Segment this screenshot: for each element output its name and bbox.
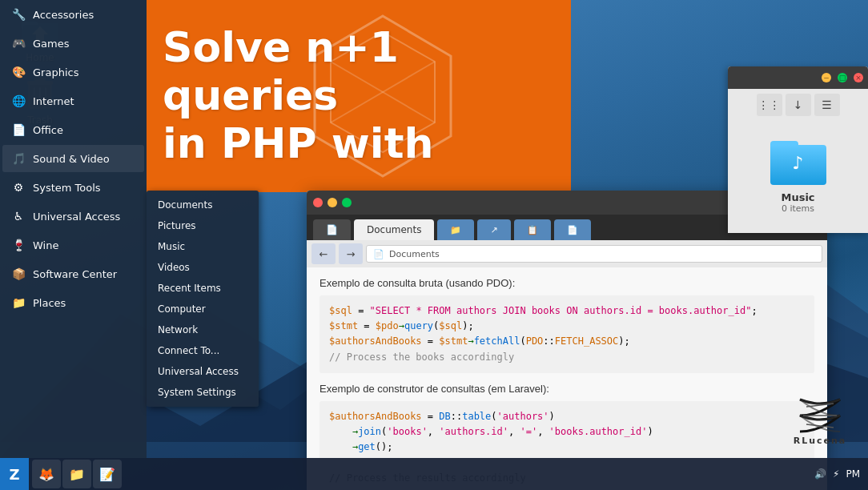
graphics-icon: 🎨 xyxy=(10,64,26,80)
submenu-music[interactable]: Music xyxy=(147,236,259,257)
taskbar-text-editor[interactable]: 📝 xyxy=(93,460,122,488)
power-indicator[interactable]: ⚡ xyxy=(833,468,839,480)
code-window-minimize-btn[interactable] xyxy=(328,198,337,207)
window-close-btn[interactable]: × xyxy=(854,73,863,82)
code-window-close-btn[interactable] xyxy=(313,198,323,207)
grid-view-btn[interactable]: ⋮⋮ xyxy=(757,94,782,116)
places-icon: 📁 xyxy=(10,295,26,311)
menu-item-games[interactable]: 🎮 Games xyxy=(2,30,144,57)
file-manager-toolbar: ⋮⋮ ↓ ☰ xyxy=(728,89,868,121)
desktop: Home Trash 🔧 Accessories 🎮 xyxy=(0,0,868,490)
brand-name: RLucena xyxy=(794,436,847,446)
universal-access-label: Universal Access xyxy=(33,211,120,223)
file-manager-titlebar: − □ × xyxy=(728,66,868,89)
tab-documents[interactable]: Documents xyxy=(354,219,434,240)
office-label: Office xyxy=(33,124,63,136)
music-note-icon: ♪ xyxy=(792,153,803,173)
taskbar-firefox[interactable]: 🦊 xyxy=(32,460,61,488)
wine-label: Wine xyxy=(33,239,58,251)
firefox-icon: 🦊 xyxy=(38,467,54,482)
brand-watermark: RLucena xyxy=(792,396,848,446)
system-tools-label: System Tools xyxy=(33,182,101,194)
submenu-network[interactable]: Network xyxy=(147,319,259,340)
tab-btn-1[interactable]: 📁 xyxy=(437,219,474,240)
music-folder-name: Music xyxy=(781,191,814,203)
code-editor-window: 📄 Documents 📁 ↗ 📋 📄 ← → 📄 Documen xyxy=(307,191,827,490)
submenu-universal-access[interactable]: Universal Access xyxy=(147,361,259,382)
code-block-1: $sql = "SELECT * FROM authors JOIN books… xyxy=(319,295,814,373)
taskbar-files[interactable]: 📁 xyxy=(62,460,91,488)
taskbar-app-launchers: 🦊 📁 📝 xyxy=(32,460,122,488)
files-icon: 📁 xyxy=(69,467,85,482)
menu-item-software-center[interactable]: 📦 Software Center xyxy=(2,260,144,287)
back-btn[interactable]: ← xyxy=(311,243,336,264)
window-minimize-btn[interactable]: − xyxy=(822,73,831,82)
text-editor-icon: 📝 xyxy=(99,467,115,482)
tab-icon-left[interactable]: 📄 xyxy=(313,219,351,240)
menu-item-office[interactable]: 📄 Office xyxy=(2,116,144,143)
universal-access-icon: ♿ xyxy=(10,208,26,224)
code-window-content: Exemplo de consulta bruta (usando PDO): … xyxy=(307,267,827,490)
menu-item-system-tools[interactable]: ⚙️ System Tools xyxy=(2,174,144,201)
tab-btn-3[interactable]: 📋 xyxy=(514,219,551,240)
submenu-pictures[interactable]: Pictures xyxy=(147,215,259,236)
menu-item-universal-access[interactable]: ♿ Universal Access xyxy=(2,203,144,230)
app-menu: 🔧 Accessories 🎮 Games 🎨 Graphics 🌐 Inter… xyxy=(0,0,147,458)
brand-logo-container xyxy=(792,396,848,436)
folder-body: ♪ xyxy=(770,145,826,185)
graphics-label: Graphics xyxy=(33,66,78,78)
taskbar-system-tray: 🔊 ⚡ PM xyxy=(814,468,868,480)
submenu-documents[interactable]: Documents xyxy=(147,195,259,215)
code-window-maximize-btn[interactable] xyxy=(342,198,352,207)
tab-btn-2[interactable]: ↗ xyxy=(477,219,510,240)
menu-item-places[interactable]: 📁 Places xyxy=(2,289,144,316)
menu-item-accessories[interactable]: 🔧 Accessories xyxy=(2,1,144,28)
banner-text: Solve n+1 queries in PHP with xyxy=(147,8,571,183)
sound-indicator[interactable]: 🔊 xyxy=(814,468,826,480)
code-string-1: "SELECT * FROM authors JOIN books ON aut… xyxy=(370,305,752,316)
accessories-label: Accessories xyxy=(33,9,94,21)
software-center-label: Software Center xyxy=(33,268,117,280)
games-label: Games xyxy=(33,38,69,50)
music-folder-icon[interactable]: ♪ xyxy=(770,137,826,185)
internet-label: Internet xyxy=(33,95,74,107)
address-icon: 📄 xyxy=(373,249,384,259)
submenu-recent-items[interactable]: Recent Items xyxy=(147,278,259,299)
code-var-sql: $sql xyxy=(329,305,352,316)
menu-item-internet[interactable]: 🌐 Internet xyxy=(2,87,144,114)
menu-item-graphics[interactable]: 🎨 Graphics xyxy=(2,58,144,86)
submenu-system-settings[interactable]: System Settings xyxy=(147,382,259,403)
software-center-icon: 📦 xyxy=(10,266,26,282)
wine-icon: 🍷 xyxy=(10,237,26,253)
sound-video-label: Sound & Video xyxy=(33,153,110,165)
internet-icon: 🌐 xyxy=(10,93,26,109)
submenu-connect-to[interactable]: Connect To... xyxy=(147,340,259,361)
taskbar: Z 🦊 📁 📝 🔊 ⚡ PM xyxy=(0,458,868,490)
submenu-computer[interactable]: Computer xyxy=(147,299,259,319)
menu-btn[interactable]: ☰ xyxy=(814,94,840,116)
sort-btn[interactable]: ↓ xyxy=(786,94,811,116)
menu-item-sound-video[interactable]: 🎵 Sound & Video xyxy=(2,145,144,172)
music-folder-items-count: 0 items xyxy=(782,203,814,214)
blog-banner: Solve n+1 queries in PHP with xyxy=(147,0,571,192)
places-submenu: Documents Pictures Music Videos Recent I… xyxy=(147,191,259,407)
window-maximize-btn[interactable]: □ xyxy=(838,73,847,82)
forward-btn[interactable]: → xyxy=(339,243,363,264)
rlucena-dna-logo xyxy=(792,396,848,436)
code-window-toolbar: ← → 📄 Documents xyxy=(307,240,827,267)
submenu-videos[interactable]: Videos xyxy=(147,257,259,278)
accessories-icon: 🔧 xyxy=(10,6,26,22)
start-button[interactable]: Z xyxy=(0,458,29,490)
menu-item-wine[interactable]: 🍷 Wine xyxy=(2,231,144,259)
section2-title: Exemplo de construtor de consultas (em L… xyxy=(319,383,814,395)
section1-title: Exemplo de consulta bruta (usando PDO): xyxy=(319,277,814,289)
file-manager-content: ♪ Music 0 items xyxy=(728,121,868,233)
system-tools-icon: ⚙️ xyxy=(10,179,26,195)
file-manager-window: − □ × ⋮⋮ ↓ ☰ ♪ Music 0 items xyxy=(728,66,868,233)
address-bar[interactable]: 📄 Documents xyxy=(366,245,822,263)
places-label: Places xyxy=(33,297,66,309)
sound-video-icon: 🎵 xyxy=(10,151,26,167)
start-icon: Z xyxy=(9,466,19,483)
games-icon: 🎮 xyxy=(10,35,26,51)
tab-btn-4[interactable]: 📄 xyxy=(554,219,591,240)
